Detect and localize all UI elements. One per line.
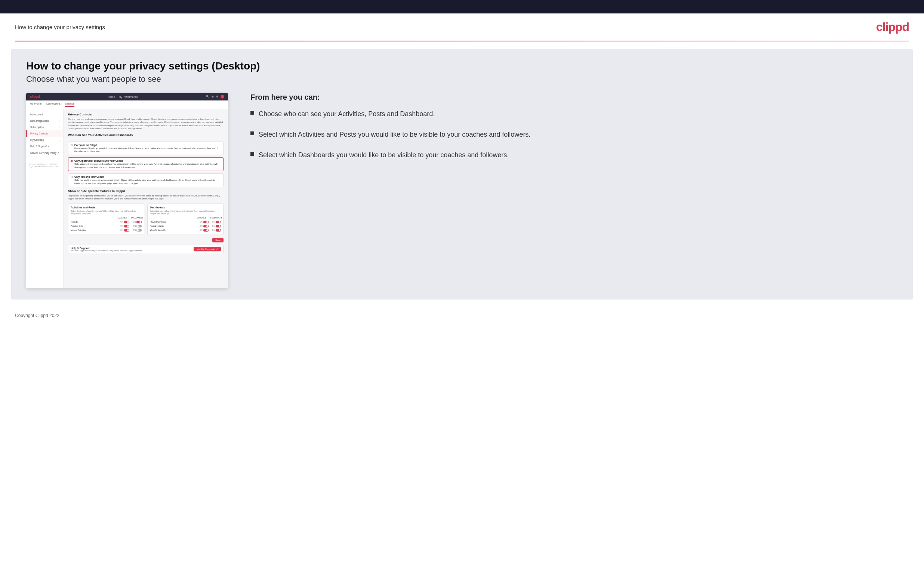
mock-dashboards-header: COACHES FOLLOWERS: [150, 217, 221, 219]
mock-logo: clippd: [30, 95, 40, 98]
mock-sidebar-version: Clippd Client Version: 2022.8.2SQL Serve…: [26, 160, 63, 171]
mock-dashboards-desc: Select the types of activity that you'd …: [150, 210, 221, 215]
mock-sidebar-privacy: Privacy Controls›: [26, 131, 63, 137]
mock-sidebar-golf-bag: My Golf Bag›: [26, 137, 63, 143]
avatar-icon: [221, 95, 224, 98]
mock-sidebar-account: My Account›: [26, 111, 63, 118]
mock-activities-header: COACHES FOLLOWERS: [71, 217, 142, 219]
mock-radio-everyone-dot: [71, 144, 73, 147]
bullet-text-1: Choose who can see your Activities, Post…: [258, 109, 435, 119]
mock-activities-desc: Select the types of activity that you'd …: [71, 210, 142, 215]
mock-save-row: Save: [68, 238, 223, 242]
mock-toggle-manual: Manual Activities ON ON: [71, 228, 142, 232]
screenshot-mockup: clippd Home My Performance 🔍 ⊞ ⚙ My Prof…: [26, 93, 228, 288]
mock-sidebar-subscription: Subscription›: [26, 124, 63, 131]
mock-main-panel: Privacy Controls Control how you and you…: [63, 109, 228, 288]
mock-body: My Account› Data Integrations› Subscript…: [26, 109, 228, 288]
mock-toggle-work-on: What To Work On ON ON: [150, 228, 221, 232]
mock-radio-followers-dot: [71, 160, 73, 162]
mock-who-can-see-title: Who Can See Your Activities and Dashboar…: [68, 133, 223, 137]
mock-show-hide-desc: Regardless of the privacy controls that …: [68, 194, 223, 201]
mock-save-button[interactable]: Save: [212, 238, 223, 242]
mock-activities-card: Activities and Posts Select the types of…: [68, 203, 144, 235]
mock-radio-coach-only: Only You and Your Coach Only you and the…: [68, 173, 223, 187]
right-panel: From here you can: Choose who can see yo…: [243, 93, 898, 171]
bullet-text-2: Select which Activities and Posts you wo…: [258, 130, 530, 140]
mock-dashboards-card: Dashboards Select the types of activity …: [147, 203, 223, 235]
mock-toggle-round-insights: Round Insights ON ON: [150, 224, 221, 228]
grid-icon: ⊞: [212, 95, 214, 98]
mock-toggle-drills-followers: ON: [133, 225, 142, 227]
search-icon: 🔍: [206, 95, 209, 98]
mock-help-text: Help & Support Visit our Clippd communit…: [71, 247, 142, 252]
mock-toggle-work-on-coaches: ON: [200, 229, 208, 232]
mock-toggle-player-dashboard: Player Dashboard ON ON: [150, 220, 221, 224]
bullet-square-3: [250, 152, 254, 156]
bullet-item-3: Select which Dashboards you would like t…: [250, 150, 898, 160]
bullet-text-3: Select which Dashboards you would like t…: [258, 150, 509, 160]
from-here-heading: From here you can:: [250, 93, 898, 102]
screenshot-container: clippd Home My Performance 🔍 ⊞ ⚙ My Prof…: [26, 93, 228, 288]
mock-toggle-rounds: Rounds ON ON: [71, 220, 142, 224]
mock-nav-performance: My Performance: [118, 96, 137, 98]
mock-toggle-round-insights-coaches: ON: [200, 225, 208, 227]
mock-nav-right: 🔍 ⊞ ⚙: [206, 95, 224, 98]
bullet-square-2: [250, 131, 254, 135]
mock-sidebar-help: Help & Support ↗: [26, 143, 63, 150]
mock-sidebar-privacy-policy: Service & Privacy Policy ↗: [26, 150, 63, 156]
mock-toggle-player-dashboard-followers: ON: [212, 221, 221, 223]
mock-toggle-manual-followers: ON: [133, 229, 142, 232]
mock-subnav-profile: My Profile: [30, 102, 42, 107]
mock-subnav-connections: Connections: [46, 102, 61, 107]
page-subheading: Choose what you want people to see: [26, 74, 898, 84]
settings-icon: ⚙: [216, 95, 218, 98]
logo: clippd: [876, 20, 909, 34]
bullet-item-1: Choose who can see your Activities, Post…: [250, 109, 898, 119]
mock-sidebar-data-integrations: Data Integrations›: [26, 118, 63, 124]
mock-help-title: Help & Support: [71, 247, 142, 250]
mock-toggle-round-insights-followers: ON: [212, 225, 221, 227]
main-content: How to change your privacy settings (Des…: [11, 49, 913, 300]
mock-radio-everyone-text: Everyone on Clippd Everyone on Clippd ca…: [74, 144, 221, 153]
mock-nav: clippd Home My Performance 🔍 ⊞ ⚙: [26, 93, 228, 100]
mock-toggle-drills-coaches: ON: [120, 225, 129, 227]
mock-radio-everyone: Everyone on Clippd Everyone on Clippd ca…: [68, 142, 223, 155]
mock-sidebar: My Account› Data Integrations› Subscript…: [26, 109, 63, 288]
bullet-item-2: Select which Activities and Posts you wo…: [250, 130, 898, 140]
header-divider: [15, 41, 909, 42]
mock-feature-row: Activities and Posts Select the types of…: [68, 203, 223, 235]
mock-nav-links: Home My Performance: [108, 96, 138, 98]
content-layout: clippd Home My Performance 🔍 ⊞ ⚙ My Prof…: [26, 93, 898, 288]
mock-dashboards-title: Dashboards: [150, 206, 221, 209]
mock-sub-nav: My Profile Connections Settings: [26, 100, 228, 109]
header-title: How to change your privacy settings: [15, 24, 105, 30]
mock-toggle-manual-coaches: ON: [120, 229, 129, 232]
mock-toggle-work-on-followers: ON: [212, 229, 221, 232]
mock-privacy-controls-title: Privacy Controls: [68, 113, 223, 116]
footer: Copyright Clippd 2022: [0, 307, 924, 324]
mock-radio-coach-only-dot: [71, 176, 73, 178]
mock-toggle-drills: Practice Drills ON ON: [71, 224, 142, 228]
header: How to change your privacy settings clip…: [0, 13, 924, 41]
mock-help-section: Help & Support Visit our Clippd communit…: [68, 245, 223, 254]
mock-radio-followers-text: Only Approved Followers and Your Coach O…: [74, 160, 221, 169]
mock-toggle-rounds-coaches: ON: [120, 221, 129, 223]
top-bar: [0, 0, 924, 13]
mock-privacy-controls-desc: Control how you and your data appears to…: [68, 118, 223, 131]
mock-radio-group: Everyone on Clippd Everyone on Clippd ca…: [68, 142, 223, 187]
mock-radio-followers: Only Approved Followers and Your Coach O…: [68, 157, 223, 171]
mock-show-hide-title: Show or hide specific features in Clippd: [68, 189, 223, 193]
mock-nav-home: Home: [108, 96, 115, 98]
footer-copyright: Copyright Clippd 2022: [15, 313, 60, 318]
mock-help-desc: Visit our Clippd community to troublesho…: [71, 250, 142, 252]
bullet-square-1: [250, 111, 254, 114]
mock-toggle-player-dashboard-coaches: ON: [200, 221, 208, 223]
mock-toggle-rounds-followers: ON: [133, 221, 142, 223]
mock-subnav-settings: Settings: [65, 102, 74, 107]
mock-visit-community-button[interactable]: Visit Our Community ↗: [194, 247, 221, 251]
page-heading: How to change your privacy settings (Des…: [26, 60, 898, 72]
bullet-list: Choose who can see your Activities, Post…: [250, 109, 898, 160]
mock-radio-coach-only-text: Only You and Your Coach Only you and the…: [74, 176, 221, 185]
mock-activities-title: Activities and Posts: [71, 206, 142, 209]
